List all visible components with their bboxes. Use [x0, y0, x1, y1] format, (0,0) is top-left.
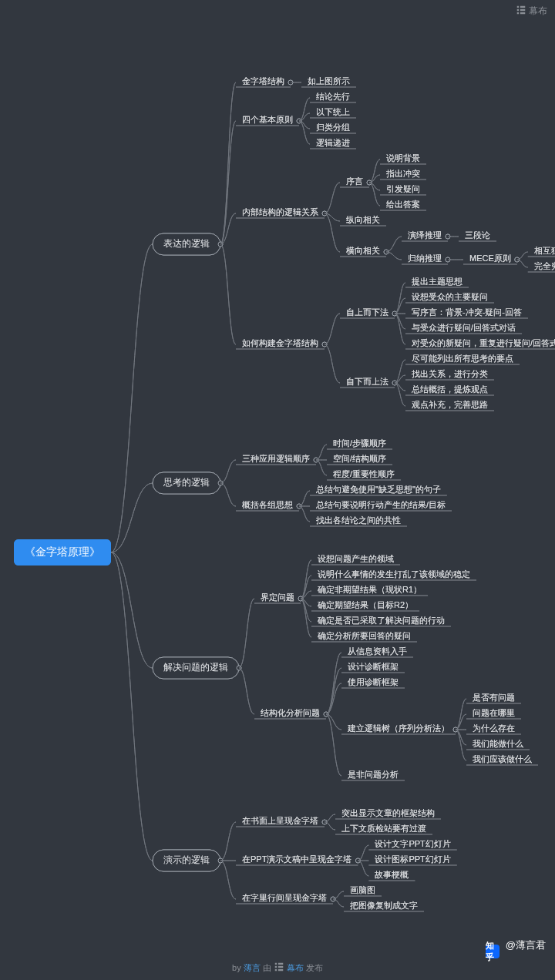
service-link[interactable]: 幕布 [287, 963, 304, 972]
mubu-icon [516, 5, 526, 15]
mindmap-canvas [0, 0, 555, 980]
mubu-icon-small [274, 962, 284, 972]
zhihu-watermark: 知乎 @薄言君 [486, 938, 546, 958]
svg-rect-6 [275, 963, 277, 965]
author-link[interactable]: 薄言 [244, 963, 261, 972]
svg-rect-7 [275, 966, 277, 968]
svg-rect-11 [278, 969, 283, 971]
brand-text: 幕布 [529, 5, 547, 16]
svg-rect-10 [278, 966, 283, 968]
svg-rect-3 [520, 6, 524, 8]
brand-label: 幕布 [516, 5, 547, 18]
svg-rect-4 [520, 9, 524, 11]
credits-line: by 薄言 由 幕布 发布 [0, 962, 555, 974]
svg-rect-9 [278, 963, 283, 965]
zhihu-icon: 知乎 [486, 945, 500, 958]
svg-rect-5 [520, 12, 524, 14]
svg-rect-2 [516, 12, 518, 14]
svg-rect-0 [516, 6, 518, 8]
svg-rect-8 [275, 969, 277, 971]
watermark-user: @薄言君 [506, 939, 546, 951]
svg-rect-1 [516, 9, 518, 11]
